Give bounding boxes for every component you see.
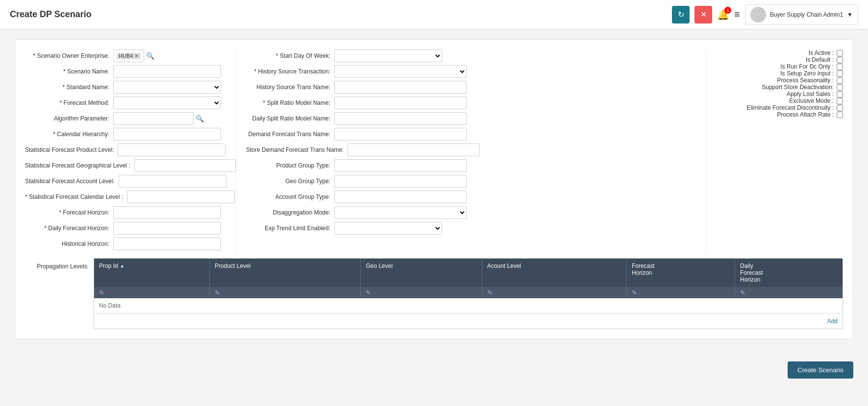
algorithm-parameter-search-button[interactable]: 🔍 <box>196 115 204 122</box>
disaggregation-mode-select[interactable] <box>334 206 467 219</box>
is-default-label: Is Default : <box>806 56 834 63</box>
process-attach-rate-row: Process Attach Rate : <box>716 111 843 118</box>
stat-forecast-geo-label: Statistical Forecast Geographical Level … <box>25 162 134 169</box>
product-group-type-label: Product Group Type: <box>246 162 334 169</box>
disaggregation-mode-row: Disaggregation Mode: <box>246 206 706 219</box>
forecast-method-select[interactable] <box>113 96 221 109</box>
is-active-checkbox[interactable] <box>837 50 843 56</box>
geo-group-type-input[interactable] <box>334 175 467 188</box>
avatar <box>750 7 766 23</box>
support-store-deactivation-label: Support Store Deactivation: <box>762 84 834 91</box>
is-default-checkbox[interactable] <box>837 57 843 63</box>
scenario-owner-enterprise-search-button[interactable]: 🔍 <box>146 52 154 60</box>
edit-icon-geo-level[interactable]: ✎ <box>366 289 371 296</box>
standard-name-label: * Standard Name: <box>25 84 113 91</box>
is-active-row: Is Active : <box>716 49 843 56</box>
apply-lost-sales-checkbox[interactable] <box>837 91 843 97</box>
menu-button[interactable]: ≡ <box>734 9 740 20</box>
is-setup-zero-input-label: Is Setup Zero Input : <box>780 70 834 77</box>
app-header: Create DP Scenario ↻ ✕ 🔔 1 ≡ Buyer Suppl… <box>0 0 868 29</box>
history-source-transaction-select[interactable] <box>334 65 467 78</box>
col-header-acount-level: Acount Level <box>482 259 626 287</box>
scenario-name-label: * Scenario Name: <box>25 68 113 75</box>
exp-trend-limit-enabled-select[interactable] <box>334 222 442 235</box>
tag-remove-button[interactable]: ✕ <box>134 53 139 59</box>
demand-forecast-trans-name-input[interactable]: Standard DemandForecast <box>334 128 467 141</box>
scenario-name-input[interactable] <box>113 65 221 78</box>
add-button[interactable]: Add <box>94 313 843 329</box>
history-source-trans-name-input[interactable] <box>334 81 467 94</box>
process-seasonality-row: Process Seasonality : <box>716 77 843 84</box>
calendar-hierarchy-input[interactable]: ISO 8601 <box>113 128 221 141</box>
col-geo-level-label: Geo Level <box>366 263 393 269</box>
form-col-middle: * Start Day Of Week: * History Source Tr… <box>236 49 706 253</box>
refresh-button[interactable]: ↻ <box>672 6 690 24</box>
is-setup-zero-input-row: Is Setup Zero Input : <box>716 70 843 77</box>
account-group-type-input[interactable] <box>334 191 467 203</box>
daily-forecast-horizon-input[interactable] <box>113 222 221 235</box>
process-seasonality-label: Process Seasonality : <box>777 77 834 84</box>
is-run-for-dc-only-checkbox[interactable] <box>837 64 843 70</box>
table-body: No Data <box>94 298 843 313</box>
form-section: * Scenario Owner Enterprise: HUB4 ✕ 🔍 * … <box>15 39 853 339</box>
notification-badge-count: 1 <box>724 7 731 14</box>
edit-icon-prop-id[interactable]: ✎ <box>99 289 104 296</box>
stat-forecast-product-input[interactable] <box>118 143 225 156</box>
daily-forecast-horizon-row: * Daily Forecast Horizon: <box>25 222 236 235</box>
eliminate-forecast-discontinuity-checkbox[interactable] <box>837 105 843 111</box>
user-name: Buyer Supply Chain Admin1 <box>770 11 843 18</box>
process-attach-rate-checkbox[interactable] <box>837 112 843 118</box>
stat-forecast-calendar-label: * Statistical Forecast Calendar Level : <box>25 193 127 200</box>
main-content: * Scenario Owner Enterprise: HUB4 ✕ 🔍 * … <box>0 29 868 354</box>
notification-bell[interactable]: 🔔 1 <box>717 9 729 21</box>
forecast-method-row: * Forecast Method: <box>25 96 236 109</box>
standard-name-select[interactable] <box>113 81 221 94</box>
close-button[interactable]: ✕ <box>694 6 712 24</box>
is-setup-zero-input-checkbox[interactable] <box>837 71 843 77</box>
algorithm-parameter-input[interactable] <box>113 112 194 125</box>
start-day-of-week-row: * Start Day Of Week: <box>246 49 706 62</box>
historical-horizon-input[interactable] <box>113 238 221 250</box>
edit-cell-product-level: ✎ <box>210 287 361 298</box>
product-group-type-input[interactable] <box>334 159 467 172</box>
stat-forecast-calendar-row: * Statistical Forecast Calendar Level : <box>25 191 236 203</box>
store-demand-forecast-trans-name-input[interactable]: Standard SCC.StoreDemandForecast <box>347 143 480 156</box>
split-ratio-model-name-input[interactable]: Standard SplitRatio <box>334 96 467 109</box>
user-dropdown[interactable]: Buyer Supply Chain Admin1 ▼ <box>745 4 858 25</box>
scenario-owner-enterprise-tag: HUB4 ✕ <box>117 53 141 59</box>
page-title: Create DP Scenario <box>10 9 92 20</box>
col-product-level-label: Product Level <box>215 263 250 269</box>
process-seasonality-checkbox[interactable] <box>837 77 843 84</box>
scenario-name-row: * Scenario Name: <box>25 65 236 78</box>
edit-icon-acount-level[interactable]: ✎ <box>487 289 493 296</box>
col-header-prop-id: Prop Id ▲ <box>94 259 210 287</box>
stat-forecast-geo-input[interactable] <box>134 159 236 172</box>
geo-group-type-label: Geo Group Type: <box>246 178 334 185</box>
propagation-levels-table: Prop Id ▲ Product Level Geo Level <box>94 259 843 313</box>
daily-forecast-horizon-label: * Daily Forecast Horizon: <box>25 225 113 232</box>
edit-icon-product-level[interactable]: ✎ <box>215 289 220 296</box>
calendar-hierarchy-label: * Calendar Hierarchy: <box>25 131 113 138</box>
create-scenario-button[interactable]: Create Scenario <box>788 361 853 379</box>
start-day-of-week-select[interactable] <box>334 49 442 62</box>
scenario-owner-enterprise-tag-input[interactable]: HUB4 ✕ <box>113 49 144 62</box>
support-store-deactivation-checkbox[interactable] <box>837 84 843 91</box>
split-ratio-model-name-label: * Split Ratio Model Name: <box>246 99 334 106</box>
edit-icon-forecast-horizon[interactable]: ✎ <box>632 289 637 296</box>
bottom-bar: Create Scenario <box>0 354 868 386</box>
edit-cell-daily-forecast-horizon: ✎ <box>735 287 843 298</box>
exclusive-mode-checkbox[interactable] <box>837 98 843 104</box>
stat-forecast-calendar-input[interactable] <box>127 191 235 203</box>
table-header-row: Prop Id ▲ Product Level Geo Level <box>94 259 843 287</box>
demand-forecast-trans-name-row: Demand Forecast Trans Name: Standard Dem… <box>246 128 706 141</box>
edit-icon-daily-forecast-horizon[interactable]: ✎ <box>740 289 745 296</box>
daily-split-ratio-model-name-label: Daily Split Ratio Model Name: <box>246 115 334 122</box>
edit-cell-acount-level: ✎ <box>482 287 626 298</box>
stat-forecast-account-input[interactable] <box>119 175 226 188</box>
store-demand-forecast-trans-name-row: Store Demand Forecast Trans Name: Standa… <box>246 143 706 156</box>
apply-lost-sales-row: Apply Lost Sales : <box>716 91 843 97</box>
form-three-col: * Scenario Owner Enterprise: HUB4 ✕ 🔍 * … <box>25 49 843 253</box>
forecast-horizon-input[interactable] <box>113 206 221 219</box>
sort-asc-icon: ▲ <box>120 263 124 268</box>
daily-split-ratio-model-name-input[interactable]: CalDayWeek Division SplitRatio <box>334 112 467 125</box>
